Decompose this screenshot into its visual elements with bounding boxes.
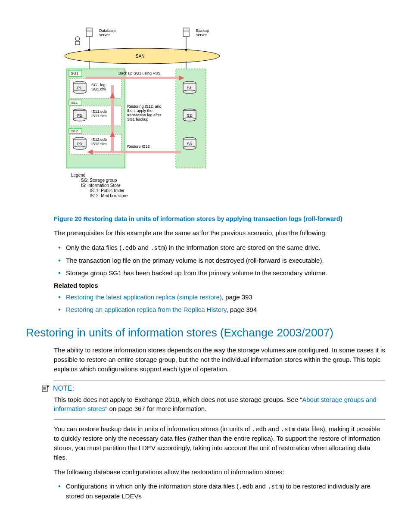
- section-heading: Restoring in units of information stores…: [26, 326, 385, 339]
- text: This topic does not apply to Exchange 20…: [54, 396, 302, 403]
- svg-text:S3: S3: [187, 142, 192, 146]
- svg-text:Restoring IS12, and: Restoring IS12, and: [127, 104, 162, 109]
- divider: [54, 420, 385, 420]
- note-icon: [42, 385, 50, 392]
- note-body: This topic does not apply to Exchange 20…: [54, 395, 385, 414]
- svg-text:IS12: Mail box store: IS12: Mail box store: [90, 193, 128, 198]
- svg-text:S2: S2: [187, 113, 192, 118]
- svg-text:P1: P1: [77, 86, 82, 90]
- prereq-intro: The prerequisites for this example are t…: [54, 228, 385, 238]
- svg-text:IS: Information Store: IS: Information Store: [81, 183, 121, 188]
- svg-text:IS11: IS11: [71, 101, 78, 105]
- page-ref: , page 394: [226, 306, 257, 313]
- related-link-replica-history[interactable]: Restoring an application replica from th…: [66, 306, 226, 313]
- stm-ext: .stm: [150, 245, 165, 252]
- list-item: Restoring an application replica from th…: [54, 305, 385, 314]
- list-item: Configurations in which only the informa…: [54, 482, 385, 501]
- svg-point-57: [183, 146, 196, 149]
- svg-text:IS12: IS12: [71, 129, 78, 133]
- svg-text:Database: Database: [99, 28, 116, 33]
- svg-text:Backup: Backup: [196, 28, 209, 33]
- svg-text:P3: P3: [77, 142, 82, 146]
- svg-point-53: [183, 118, 196, 121]
- text: You can restore backup data in units of …: [54, 425, 252, 432]
- svg-text:SG1.chk: SG1.chk: [91, 87, 106, 91]
- svg-text:IS12.stm: IS12.stm: [91, 142, 107, 146]
- edb-ext: .edb: [239, 483, 253, 490]
- list-item: The transaction log file on the primary …: [54, 256, 385, 265]
- note-heading: NOTE:: [42, 385, 385, 392]
- page-ref: , page 393: [222, 293, 252, 301]
- svg-text:IS11.stm: IS11.stm: [91, 114, 107, 118]
- text: and: [136, 244, 150, 251]
- stm-ext: .stm: [268, 483, 282, 490]
- svg-text:server: server: [99, 33, 110, 37]
- text: and: [266, 425, 280, 432]
- svg-text:Restore IS12: Restore IS12: [127, 144, 150, 149]
- svg-text:transaction log after: transaction log after: [127, 113, 161, 117]
- related-topics-list: Restoring the latest application replica…: [54, 292, 385, 314]
- svg-text:IS11: Public folder: IS11: Public folder: [90, 188, 125, 193]
- list-item: Restoring the latest application replica…: [54, 292, 385, 302]
- svg-text:S1: S1: [187, 86, 192, 90]
- svg-point-43: [73, 146, 86, 149]
- text: Configurations in which only the informa…: [66, 482, 239, 490]
- svg-text:server: server: [196, 33, 207, 37]
- svg-point-34: [73, 118, 86, 121]
- svg-rect-4: [183, 28, 189, 37]
- svg-rect-0: [86, 28, 92, 37]
- svg-rect-61: [93, 151, 181, 153]
- stm-ext: .stm: [281, 426, 296, 433]
- svg-text:IS12.edb: IS12.edb: [91, 137, 107, 142]
- svg-text:then, apply the: then, apply the: [127, 109, 153, 113]
- related-topics-heading: Related topics: [54, 282, 385, 289]
- figure-diagram: Database server Backup server SAN: [60, 26, 385, 207]
- prereq-list: Only the data files (.edb and .stm) in t…: [54, 243, 385, 278]
- svg-point-8: [75, 37, 80, 41]
- divider: [54, 380, 385, 380]
- list-item: Only the data files (.edb and .stm) in t…: [54, 243, 385, 253]
- edb-ext: .edb: [121, 245, 136, 252]
- note-label: NOTE:: [53, 385, 74, 392]
- section-paragraph: The following database configurations al…: [54, 467, 385, 477]
- list-item: Storage group SG1 has been backed up fro…: [54, 268, 385, 277]
- svg-text:SG: Storage group: SG: Storage group: [81, 178, 117, 183]
- svg-text:SG1.log: SG1.log: [91, 83, 106, 87]
- svg-point-25: [73, 90, 86, 93]
- svg-text:Legend: Legend: [71, 173, 85, 177]
- section-paragraph: The ability to restore information store…: [54, 345, 385, 373]
- text: Only the data files (: [66, 244, 121, 251]
- figure-caption: Figure 20 Restoring data in units of inf…: [54, 215, 385, 222]
- svg-text:SAN: SAN: [136, 54, 145, 59]
- text: ) in the information store are stored on…: [165, 244, 321, 251]
- text: and: [253, 482, 268, 490]
- svg-text:SG1: SG1: [71, 71, 78, 75]
- config-list: Configurations in which only the informa…: [54, 482, 385, 501]
- svg-text:SG1 backup: SG1 backup: [127, 117, 149, 121]
- svg-point-49: [183, 90, 196, 93]
- text: ” on page 367 for more information.: [105, 405, 206, 412]
- svg-text:Back up SG1 using VSS: Back up SG1 using VSS: [118, 71, 161, 75]
- edb-ext: .edb: [252, 426, 267, 433]
- svg-rect-59: [86, 77, 179, 79]
- svg-rect-9: [75, 41, 80, 45]
- related-link-simple-restore[interactable]: Restoring the latest application replica…: [66, 293, 222, 301]
- section-paragraph: You can restore backup data in units of …: [54, 424, 385, 462]
- svg-text:IS11.edb: IS11.edb: [91, 109, 107, 114]
- svg-text:P2: P2: [77, 113, 82, 118]
